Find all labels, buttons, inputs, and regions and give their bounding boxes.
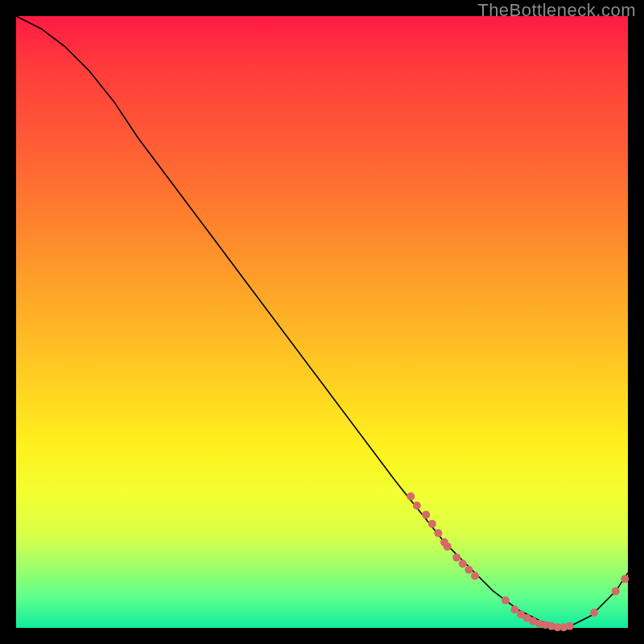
data-marker [621, 575, 629, 583]
data-marker [407, 493, 415, 501]
data-marker [428, 520, 436, 528]
plot-svg [16, 16, 628, 628]
data-marker [422, 510, 430, 518]
chart-stage: TheBottleneck.com [0, 0, 644, 644]
bottleneck-curve [16, 16, 628, 628]
data-marker [464, 566, 473, 574]
data-marker [590, 609, 598, 617]
data-marker [452, 554, 460, 562]
data-marker [612, 587, 620, 595]
data-marker [459, 559, 467, 568]
data-marker [434, 529, 442, 537]
data-marker [471, 572, 479, 580]
plot-area [16, 16, 628, 628]
marker-group [407, 493, 629, 632]
data-marker [413, 502, 421, 510]
data-marker [566, 622, 574, 630]
data-marker [444, 543, 452, 551]
data-marker [502, 597, 510, 605]
